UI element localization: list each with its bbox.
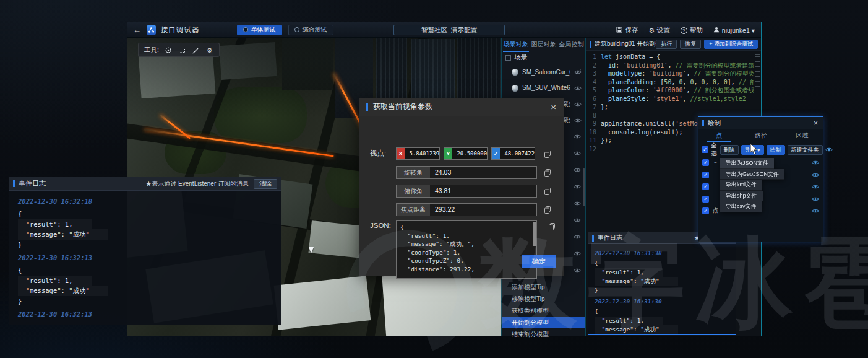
copy-icon[interactable] <box>544 168 551 179</box>
json-label: JSON: <box>370 222 391 229</box>
row-checkbox[interactable]: ✓ <box>702 159 709 166</box>
close-icon[interactable]: × <box>551 102 556 111</box>
draw-toolbar-button-2[interactable]: 绘制 <box>767 145 785 155</box>
help-button[interactable]: ?帮助 <box>681 26 703 35</box>
eye-visible-icon[interactable] <box>574 102 582 107</box>
eye-visible-icon[interactable] <box>812 172 819 178</box>
topbar-tab-0[interactable]: 单体测试 <box>237 25 282 35</box>
log-timestamp: 2022-12-30 16:32:18 <box>18 198 281 205</box>
draw-panel-tabs: 点路径区域 <box>698 129 823 142</box>
scene-scrollbar[interactable] <box>583 168 585 206</box>
line-number: 12 <box>586 145 596 154</box>
restore-button[interactable]: 恢复 <box>680 40 701 49</box>
log-entries[interactable]: 2022-12-30 16:32:18 { "result": 1, "mess… <box>9 191 281 325</box>
gear-button[interactable]: ⚙设置 <box>648 26 669 35</box>
field-0[interactable]: 旋转角24.03 <box>396 166 537 179</box>
user-menu[interactable]: niujunke1 ▾ <box>713 27 755 34</box>
coord-input-z[interactable]: Z-48.00742280 <box>491 147 535 160</box>
code-line: 3 modelType: 'building', // 需要剖分的模型类型, 可… <box>586 69 754 78</box>
draw-toolbar-button-3[interactable]: 新建文件夹 <box>788 145 823 155</box>
topbar-tab-1[interactable]: 综合测试 <box>288 25 333 35</box>
field-1[interactable]: 俯仰角43.81 <box>396 185 537 198</box>
eye-visible-icon[interactable] <box>574 118 582 123</box>
copy-icon[interactable] <box>544 186 551 198</box>
copy-icon[interactable] <box>544 205 551 216</box>
eye-visible-icon[interactable] <box>574 234 581 240</box>
draw-tab-1[interactable]: 路径 <box>740 129 781 142</box>
eye-visible-icon[interactable] <box>574 151 581 156</box>
code-line: 6 planeStyle: 'style1', //style1,style2 <box>586 95 754 103</box>
export-dropdown-menu: 导出为JSON文件导出为GeoJSON文件导出kml文件导出shp文件导出csv… <box>720 158 784 212</box>
log-entry: 2022-12-30 16:32:18 { "result": 1, "mess… <box>18 198 281 250</box>
eye-visible-icon[interactable] <box>812 196 819 202</box>
collapse-icon[interactable]: − <box>713 160 718 165</box>
test-case-item[interactable]: 获取类别模型 <box>502 305 585 317</box>
field-2[interactable]: 焦点距离293.22 <box>396 203 537 216</box>
scene-panel-tabs: 场景对象图层对象全局控制 <box>502 38 585 51</box>
line-number: 6 <box>586 95 596 103</box>
eye-visible-icon[interactable] <box>825 147 833 152</box>
collapse-icon[interactable]: − <box>505 55 511 61</box>
focus-target-icon[interactable] <box>165 46 173 54</box>
copy-icon[interactable] <box>544 149 551 160</box>
json-scrollbar[interactable] <box>533 222 536 246</box>
draw-tab-2[interactable]: 区域 <box>781 129 823 142</box>
row-checkbox[interactable]: ✓ <box>702 172 709 178</box>
eye-visible-icon[interactable] <box>574 85 582 91</box>
eye-visible-icon[interactable] <box>574 167 581 173</box>
accent-bar <box>590 41 591 48</box>
export-option[interactable]: 导出kml文件 <box>720 180 762 191</box>
export-option[interactable]: 导出shp文件 <box>720 191 763 202</box>
row-checkbox[interactable]: ✓ <box>702 207 709 214</box>
modal-titlebar[interactable]: 获取当前视角参数 × <box>359 98 564 116</box>
row-checkbox[interactable]: ✓ <box>702 196 709 203</box>
select-all-checkbox[interactable]: ✓ <box>702 146 708 153</box>
draw-tab-0[interactable]: 点 <box>698 129 740 142</box>
scene-tree-root[interactable]: − 场景 <box>502 51 585 64</box>
coord-input-x[interactable]: X-5.840123900 <box>396 147 440 160</box>
draw-toolbar-button-0[interactable]: 删除 <box>720 145 739 155</box>
log-title: 事件日志 <box>598 234 694 242</box>
clear-log-button[interactable]: 清除 <box>254 179 277 189</box>
eye-visible-icon[interactable] <box>574 134 581 139</box>
test-case-item[interactable]: 移除模型Tip <box>502 293 585 305</box>
gear-icon[interactable]: ⚙ <box>205 46 213 54</box>
eye-hidden-icon[interactable] <box>574 69 582 75</box>
draw-panel-titlebar[interactable]: 绘制 × <box>698 117 823 129</box>
copy-icon[interactable] <box>549 222 555 233</box>
scene-tree-item[interactable]: SM_SaloomCar_03_.. <box>502 64 585 80</box>
export-option[interactable]: 导出csv文件 <box>720 201 762 212</box>
test-case-item[interactable]: 开始剖分模型 <box>502 317 585 328</box>
model-sphere-icon <box>512 69 518 76</box>
run-button[interactable]: 执行 <box>656 40 677 49</box>
scene-tab-0[interactable]: 场景对象 <box>503 38 529 51</box>
add-to-suite-button[interactable]: + 添加到综合测试 <box>704 40 758 49</box>
eye-visible-icon[interactable] <box>812 184 819 190</box>
save-button[interactable]: 保存 <box>616 26 638 35</box>
eye-visible-icon[interactable] <box>574 268 581 273</box>
scene-tab-1[interactable]: 图层对象 <box>531 38 557 51</box>
back-icon[interactable]: ← <box>133 25 141 35</box>
marquee-select-icon[interactable] <box>178 46 186 54</box>
scene-tree-item[interactable]: SM_SUV_White6_聚焦 <box>502 80 585 96</box>
export-option[interactable]: 导出为GeoJSON文件 <box>720 169 784 180</box>
export-option[interactable]: 导出为JSON文件 <box>720 158 774 169</box>
log-entries[interactable]: 2022-12-30 16:31:38 { "result": 1, "mess… <box>588 244 736 334</box>
eye-visible-icon[interactable] <box>812 208 819 214</box>
coord-input-y[interactable]: Y-20.50000000 <box>444 147 488 160</box>
test-case-item[interactable]: 添加模型Tip <box>502 281 585 293</box>
eye-visible-icon[interactable] <box>574 251 581 256</box>
eye-visible-icon[interactable] <box>574 184 581 190</box>
json-output-box[interactable]: { "result": 1, "message": "成功。", "coordT… <box>396 220 537 279</box>
draw-toolbar-button-1[interactable]: 导出 ▾ <box>741 145 764 155</box>
confirm-button[interactable]: 确定 <box>522 255 556 268</box>
eye-visible-icon[interactable] <box>812 160 819 165</box>
eye-visible-icon[interactable] <box>574 217 581 223</box>
scene-tab-2[interactable]: 全局控制 <box>559 38 585 51</box>
pen-draw-icon[interactable] <box>192 46 200 54</box>
close-icon[interactable]: × <box>814 120 818 127</box>
scene-root-label: 场景 <box>514 53 578 62</box>
row-checkbox[interactable]: ✓ <box>702 183 709 190</box>
test-case-item[interactable]: 结束剖分模型 <box>502 328 585 340</box>
eye-visible-icon[interactable] <box>574 201 581 206</box>
